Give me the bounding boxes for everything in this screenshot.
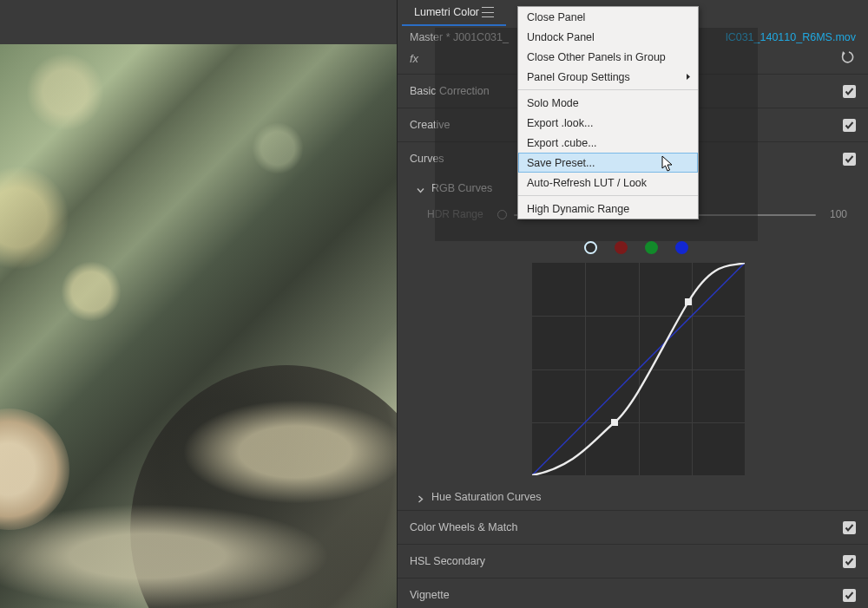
section-toggle-vignette[interactable] bbox=[843, 589, 856, 602]
fx-badge[interactable]: fx bbox=[410, 52, 418, 65]
clip-master-label: Master * J001C031_ bbox=[410, 31, 509, 43]
menu-export-cube[interactable]: Export .cube... bbox=[518, 133, 698, 153]
section-toggle-basic[interactable] bbox=[843, 85, 856, 98]
panel-flyout-menu: Close Panel Undock Panel Close Other Pan… bbox=[517, 6, 699, 219]
menu-save-preset[interactable]: Save Preset... bbox=[518, 153, 698, 173]
channel-green[interactable] bbox=[645, 241, 658, 254]
curve-point[interactable] bbox=[685, 298, 692, 305]
video-preview bbox=[0, 44, 397, 608]
menu-separator bbox=[518, 89, 698, 90]
menu-export-look[interactable]: Export .look... bbox=[518, 113, 698, 133]
panel-tab[interactable]: Lumetri Color bbox=[402, 0, 506, 26]
section-label: HSL Secondary bbox=[410, 555, 485, 567]
channel-red[interactable] bbox=[615, 241, 628, 254]
section-toggle-curves[interactable] bbox=[843, 153, 856, 166]
hdr-radio-icon[interactable] bbox=[497, 210, 507, 219]
panel-title: Lumetri Color bbox=[414, 6, 479, 18]
hdr-range-label: HDR Range bbox=[427, 208, 483, 220]
curve-svg bbox=[532, 263, 745, 475]
menu-close-other[interactable]: Close Other Panels in Group bbox=[518, 47, 698, 67]
rgb-curves-label: RGB Curves bbox=[431, 182, 492, 194]
section-label: Color Wheels & Match bbox=[410, 521, 517, 533]
hue-saturation-row[interactable]: Hue Saturation Curves bbox=[398, 475, 868, 510]
svg-line-0 bbox=[532, 263, 745, 475]
submenu-caret-icon bbox=[686, 71, 691, 83]
menu-hdr[interactable]: High Dynamic Range bbox=[518, 199, 698, 219]
section-hsl-secondary[interactable]: HSL Secondary bbox=[398, 544, 868, 578]
section-toggle-hsl[interactable] bbox=[843, 555, 856, 568]
chevron-right-icon bbox=[417, 494, 424, 501]
reset-icon[interactable] bbox=[841, 51, 856, 66]
section-label: Basic Correction bbox=[410, 85, 490, 97]
section-label: Creative bbox=[410, 119, 450, 131]
menu-auto-refresh[interactable]: Auto-Refresh LUT / Look bbox=[518, 173, 698, 193]
hdr-range-value[interactable]: 100 bbox=[830, 208, 847, 220]
curve-channel-selector bbox=[528, 227, 745, 263]
section-color-wheels[interactable]: Color Wheels & Match bbox=[398, 510, 868, 544]
section-toggle-creative[interactable] bbox=[843, 119, 856, 132]
chevron-down-icon bbox=[417, 185, 424, 193]
section-vignette[interactable]: Vignette bbox=[398, 578, 868, 608]
panel-menu-icon[interactable] bbox=[482, 7, 494, 17]
hue-sat-label: Hue Saturation Curves bbox=[431, 491, 541, 503]
menu-solo-mode[interactable]: Solo Mode bbox=[518, 93, 698, 113]
menu-close-panel[interactable]: Close Panel bbox=[518, 7, 698, 27]
channel-luma[interactable] bbox=[584, 241, 597, 254]
menu-panel-group-settings[interactable]: Panel Group Settings bbox=[518, 67, 698, 87]
section-label: Vignette bbox=[410, 589, 450, 601]
clip-link[interactable]: lC031_140110_R6MS.mov bbox=[726, 31, 856, 43]
rgb-curve-editor[interactable] bbox=[532, 263, 745, 475]
menu-undock-panel[interactable]: Undock Panel bbox=[518, 27, 698, 47]
channel-blue[interactable] bbox=[675, 241, 688, 254]
menu-separator bbox=[518, 195, 698, 196]
curve-point[interactable] bbox=[611, 419, 618, 426]
section-label: Curves bbox=[410, 153, 444, 165]
section-toggle-wheels[interactable] bbox=[843, 521, 856, 534]
